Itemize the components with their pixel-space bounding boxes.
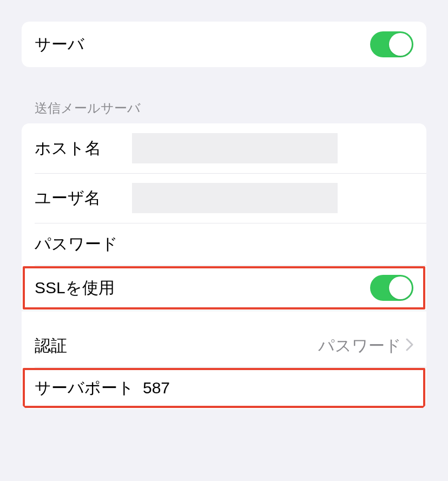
server-toggle[interactable] [370, 31, 413, 57]
port-row: サーバポート 587 [22, 367, 426, 409]
password-row[interactable]: パスワード [22, 223, 426, 265]
auth-row[interactable]: 認証 パスワード [22, 325, 426, 367]
auth-label: 認証 [35, 335, 67, 357]
port-value[interactable]: 587 [143, 379, 170, 397]
host-value-redacted[interactable] [132, 133, 338, 163]
server-label: サーバ [35, 34, 84, 56]
server-card: サーバ [22, 22, 426, 67]
host-row: ホスト名 [22, 123, 426, 173]
user-row: ユーザ名 [22, 173, 426, 223]
user-label: ユーザ名 [35, 187, 132, 209]
server-row: サーバ [22, 22, 426, 67]
outgoing-header: 送信メールサーバ [22, 100, 426, 123]
ssl-row: SSLを使用 [22, 265, 426, 311]
auth-value: パスワード [318, 335, 401, 357]
ssl-toggle[interactable] [370, 275, 413, 301]
outgoing-card: ホスト名 ユーザ名 パスワード SSLを使用 認証 パスワード サーバポート 5… [22, 123, 426, 409]
host-label: ホスト名 [35, 137, 132, 160]
port-label: サーバポート [35, 377, 134, 399]
chevron-right-icon [406, 337, 413, 355]
user-value-redacted[interactable] [132, 183, 338, 213]
spacer [22, 311, 426, 325]
password-label: パスワード [35, 233, 118, 255]
ssl-label: SSLを使用 [35, 277, 115, 299]
